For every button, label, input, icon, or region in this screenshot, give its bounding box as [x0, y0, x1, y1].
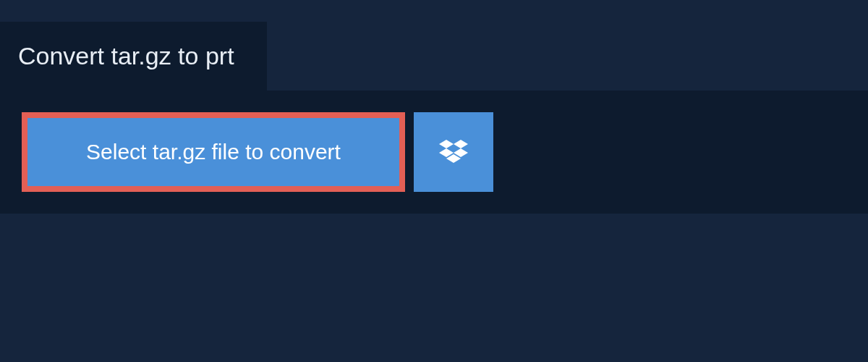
dropbox-icon: [439, 137, 468, 168]
header-tab: Convert tar.gz to prt: [0, 22, 267, 90]
select-file-label: Select tar.gz file to convert: [86, 140, 341, 164]
page-title: Convert tar.gz to prt: [18, 42, 234, 70]
select-file-button[interactable]: Select tar.gz file to convert: [22, 112, 405, 192]
dropbox-button[interactable]: [414, 112, 493, 192]
content-panel: Select tar.gz file to convert: [0, 90, 868, 214]
button-row: Select tar.gz file to convert: [22, 112, 846, 192]
